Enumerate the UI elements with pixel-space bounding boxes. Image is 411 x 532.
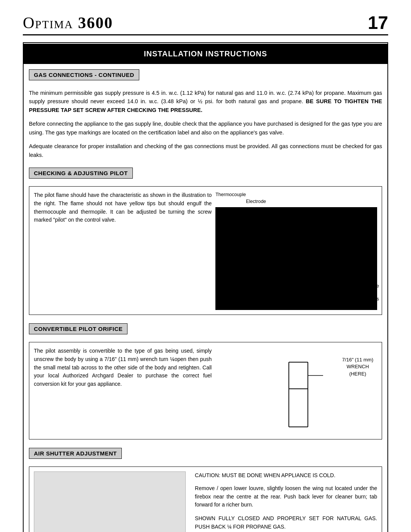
checking-pilot-heading: CHECKING & ADJUSTING PILOT [29,168,133,179]
burner-ports-label: Burner Ports [352,296,379,302]
thermopile-label: Thermopile [355,283,379,289]
gas-connections-section: GAS CONNECTIONS - CONTINUED The minimum … [29,69,382,159]
page-header: Optima 3600 17 [23,14,388,35]
electrode-label: Electrode [246,199,266,204]
air-shutter-content: CAUTION: MUST BE DONE WHEN APPLIANCE IS … [29,466,382,532]
air-shutter-heading: AIR SHUTTER ADJUSTMENT [29,448,122,459]
air-shutter-para1: Remove / open lower louvre, slightly loo… [195,484,377,509]
main-section-heading: INSTALLATION INSTRUCTIONS [136,47,275,61]
checking-pilot-text: The pilot flame should have the characte… [34,191,212,310]
convertible-pilot-text: The pilot assembly is convertible to the… [34,347,212,435]
checking-pilot-content: The pilot flame should have the characte… [29,186,382,315]
convertible-pilot-heading: CONVERTIBLE PILOT ORIFICE [29,323,127,334]
thermocouple-label: Thermocouple [215,192,246,197]
convertible-pilot-diagram: 7/16" (11 mm) WRENCH (HERE) [215,347,377,435]
page: Optima 3600 17 INSTALLATION INSTRUCTIONS… [0,0,411,532]
page-number: 17 [368,14,388,32]
gas-connections-para1: The minimum permissible gas supply press… [29,89,382,114]
air-shutter-para2: SHOWN FULLY CLOSED AND PROPERLY SET FOR … [195,514,377,531]
air-shutter-text: CAUTION: MUST BE DONE WHEN APPLIANCE IS … [190,471,377,532]
gas-connections-para3: Adequate clearance for proper installati… [29,142,382,159]
convertible-diagram-svg [258,358,335,435]
pilot-diagram [215,207,377,310]
convertible-pilot-section: CONVERTIBLE PILOT ORIFICE The pilot asse… [29,323,382,439]
gas-connections-heading: GAS CONNECTIONS - CONTINUED [29,69,139,80]
checking-pilot-diagram: Thermocouple Electrode Thermopile Burner… [215,191,377,310]
air-shutter-diagram [34,471,186,532]
air-shutter-caution: CAUTION: MUST BE DONE WHEN APPLIANCE IS … [195,471,377,480]
convertible-pilot-content: The pilot assembly is convertible to the… [29,342,382,439]
gas-connections-para2: Before connecting the appliance to the g… [29,120,382,137]
wrench-label: 7/16" (11 mm) WRENCH (HERE) [342,356,373,377]
install-instructions-wrapper: INSTALLATION INSTRUCTIONS GAS CONNECTION… [23,42,388,532]
pilot-diagram-wrapper: Thermocouple Electrode Thermopile Burner… [215,191,377,310]
checking-pilot-section: CHECKING & ADJUSTING PILOT The pilot fla… [29,168,382,315]
air-shutter-section: AIR SHUTTER ADJUSTMENT CAUTION: MUST BE … [29,448,382,532]
title-text: Optima 3600 [23,14,113,32]
page-title: Optima 3600 [23,14,113,32]
install-inner: GAS CONNECTIONS - CONTINUED The minimum … [24,69,387,532]
air-shutter-diagram-col [34,471,186,532]
